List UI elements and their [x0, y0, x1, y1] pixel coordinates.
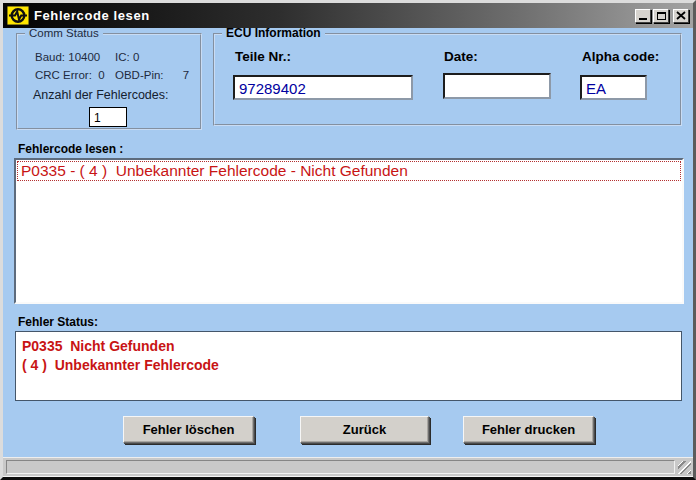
fault-count-label: Anzahl der Fehlercodes:	[33, 88, 169, 102]
print-faults-button[interactable]: Fehler drucken	[463, 416, 594, 443]
maximize-button[interactable]	[653, 9, 669, 23]
comm-status-title: Comm Status	[25, 27, 103, 40]
obd-pin-value: 7	[183, 69, 189, 81]
ic-value: 0	[133, 51, 139, 63]
minimize-button[interactable]	[635, 9, 651, 23]
ic-label: IC: 0	[115, 51, 139, 63]
opel-blitz-icon	[7, 6, 29, 25]
alpha-code-label: Alpha code:	[582, 49, 659, 64]
clear-faults-button[interactable]: Fehler löschen	[123, 416, 254, 443]
teile-nr-label: Teile Nr.:	[235, 49, 291, 64]
fault-status-box: P0335 Nicht Gefunden ( 4 ) Unbekannter F…	[15, 331, 682, 401]
obd-pin-label: OBD-Pin: 7	[115, 69, 189, 81]
titlebar[interactable]: Fehlercode lesen	[3, 3, 693, 28]
fault-list-label: Fehlercode lesen :	[18, 142, 123, 156]
teile-nr-input[interactable]	[233, 75, 413, 100]
baud-value: 10400	[68, 51, 100, 63]
date-input[interactable]	[443, 73, 551, 99]
ecu-information-title: ECU Information	[222, 27, 325, 40]
window-title: Fehlercode lesen	[34, 8, 150, 23]
baud-label: Baud: 10400	[35, 51, 100, 63]
fault-status-line: ( 4 ) Unbekannter Fehlercode	[22, 356, 675, 375]
close-button[interactable]	[673, 9, 689, 23]
comm-status-group: Comm Status Baud: 10400 IC: 0 CRC Error:…	[16, 33, 202, 130]
fault-status-label: Fehler Status:	[18, 315, 98, 329]
app-window: Fehlercode lesen Comm Status Baud: 10400…	[0, 0, 696, 480]
crc-error-value: 0	[98, 69, 104, 81]
maximize-icon	[657, 12, 666, 20]
fault-status-line: P0335 Nicht Gefunden	[22, 337, 675, 356]
fault-list-item[interactable]: P0335 - ( 4 ) Unbekannter Fehlercode - N…	[17, 161, 681, 181]
back-button[interactable]: Zurück	[300, 416, 429, 443]
resize-grip-icon[interactable]	[678, 461, 691, 474]
window-controls	[633, 9, 689, 23]
status-bar-panel	[6, 460, 675, 474]
fault-code-listbox[interactable]: P0335 - ( 4 ) Unbekannter Fehlercode - N…	[14, 158, 684, 304]
crc-error-label: CRC Error: 0	[35, 69, 105, 81]
close-icon	[676, 11, 686, 20]
date-label: Date:	[444, 49, 478, 64]
minimize-icon	[639, 18, 647, 20]
status-bar	[3, 457, 693, 476]
alpha-code-input[interactable]	[580, 75, 647, 100]
fault-count-input[interactable]	[89, 107, 127, 127]
ecu-information-group: ECU Information Teile Nr.: Date: Alpha c…	[213, 33, 682, 126]
